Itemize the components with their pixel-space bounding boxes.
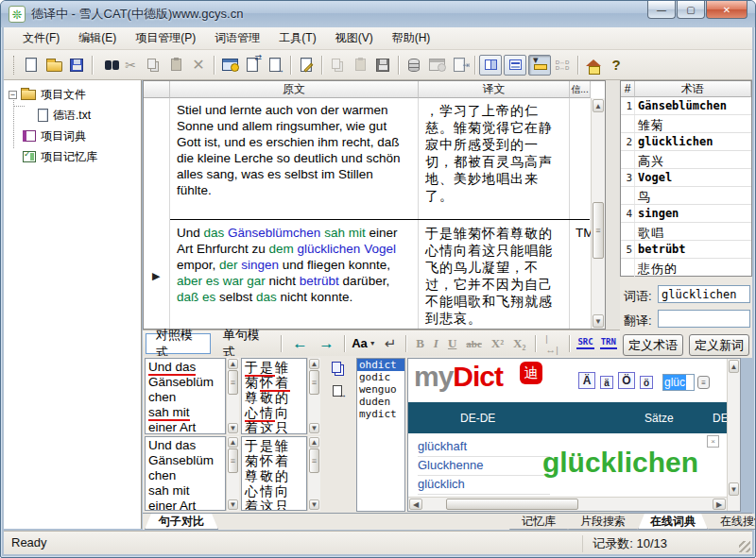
nav-de-de[interactable]: DE-DE (460, 412, 495, 425)
project-settings-icon[interactable] (218, 54, 241, 76)
view-edit-toggle-icon[interactable] (528, 55, 551, 76)
word-input[interactable] (658, 285, 750, 303)
paste-icon[interactable] (164, 54, 187, 76)
grid-row1-target[interactable]: ，学习了上帝的仁慈。雏菊觉得它在静寂中所感受到的一切，都被百灵鸟高声地、美妙地唱… (421, 100, 568, 206)
menu-edit[interactable]: 编辑(E) (69, 27, 126, 49)
strike-icon[interactable]: abc (461, 338, 487, 349)
grid-header-target[interactable]: 译文 (419, 81, 570, 98)
term-row[interactable]: 4singen (621, 205, 751, 223)
term-row[interactable]: 雏菊 (621, 115, 751, 133)
scroll-left-icon[interactable]: ◀ (409, 499, 422, 510)
underline-icon[interactable]: U (443, 336, 461, 351)
send-document-icon[interactable]: ⇥ (448, 54, 471, 76)
term-row[interactable]: 高兴 (621, 151, 751, 169)
translation-input[interactable] (658, 310, 750, 328)
tree-item-project-tm[interactable]: 项目记忆库 (41, 149, 97, 165)
grid-row2-source[interactable]: Und das Gänseblümchen sah mit einer Art … (172, 223, 416, 307)
menu-view[interactable]: 视图(V) (326, 27, 383, 49)
term-row[interactable]: 2glücklichen (621, 133, 751, 151)
italic-icon[interactable]: I (429, 336, 443, 351)
compare-source-orig[interactable]: Und dasGänseblümchensah miteiner Art (145, 436, 226, 511)
term-row[interactable]: 鸟 (621, 187, 751, 205)
scroll-down-icon[interactable]: ▼ (593, 314, 604, 328)
export-document-icon[interactable]: → (264, 54, 286, 76)
term-row[interactable]: 悲伤的 (621, 259, 751, 277)
dict-vscrollbar[interactable]: ▲ ▼ (727, 359, 740, 511)
toolbar-grip[interactable] (13, 56, 16, 75)
tree-item-file[interactable]: 德语.txt (53, 108, 91, 124)
view-list-toggle-icon[interactable] (504, 55, 526, 76)
font-button[interactable]: Aa (350, 336, 369, 350)
menu-help[interactable]: 帮助(H) (383, 27, 440, 49)
bold-icon[interactable]: B (411, 336, 429, 351)
compare-source-edit[interactable]: Und dasGänseblümchensah miteiner Art (145, 358, 226, 434)
new-file-icon[interactable] (20, 54, 43, 76)
dict-source-item[interactable]: mydict (357, 408, 404, 420)
tab-online-dict[interactable]: 在线词典 (638, 514, 708, 530)
database-icon[interactable] (403, 54, 425, 76)
open-file-icon[interactable] (43, 54, 65, 76)
dict-source-item[interactable]: godic (357, 371, 404, 383)
maximize-button[interactable]: ▢ (677, 1, 705, 19)
delete-icon[interactable]: ✕ (187, 54, 210, 76)
grid-header-info[interactable]: 信... (570, 81, 591, 98)
char-O-umlaut-button[interactable]: Ö (618, 372, 635, 389)
src-tag-icon[interactable]: SRC (576, 337, 593, 349)
nav-saetze[interactable]: Sätze (644, 412, 674, 425)
term-row[interactable]: 歌唱 (621, 223, 751, 241)
menu-tools[interactable]: 工具(T) (269, 27, 325, 49)
dd-convert-icon[interactable]: D↔DD↔D (551, 54, 574, 76)
grid-header-source[interactable]: 原文 (170, 81, 419, 98)
dict-source-item[interactable]: duden (357, 396, 404, 408)
compare-target-edit[interactable]: 于是雏菊怀着尊敬的心情向着这只 (241, 358, 307, 434)
ad-close-icon[interactable]: × (707, 435, 719, 448)
edit-note-icon[interactable] (295, 54, 318, 76)
scroll-up-icon[interactable]: ▲ (729, 360, 739, 373)
input-menu-icon[interactable]: ≡ (697, 376, 710, 389)
grid-row1-source[interactable]: Stiel und lernte auch von der warmen Son… (172, 100, 416, 200)
tab-memory[interactable]: 记忆库 (509, 514, 568, 530)
superscript-icon[interactable]: X² (487, 336, 508, 351)
prev-segment-icon[interactable]: ← (286, 335, 313, 352)
view-grid-toggle-icon[interactable] (479, 55, 502, 76)
menu-file[interactable]: 文件(F) (13, 27, 69, 49)
title-bar[interactable]: ❊ 德译中 - 雪人CAT(中德版)www.gcys.cn — ▢ ✕ (1, 1, 755, 27)
copy-icon[interactable] (142, 54, 164, 76)
enter-icon[interactable]: ↵ (380, 335, 402, 352)
tm-copy-icon[interactable] (326, 54, 349, 76)
scroll-thumb[interactable] (593, 202, 604, 259)
char-a-umlaut-button[interactable]: ä (600, 376, 613, 389)
tree-item-project-files[interactable]: 项目文件 (41, 87, 86, 103)
compare-scrollbar[interactable]: ▲▼ (226, 436, 239, 511)
tab-single-mode[interactable]: 单句模式 (214, 333, 277, 354)
tree-item-project-dict[interactable]: 项目词典 (41, 128, 86, 144)
save-icon[interactable] (65, 54, 88, 76)
dict-result-link[interactable]: glückhaft (418, 439, 550, 457)
compare-scrollbar[interactable]: ▲▼ (307, 358, 320, 434)
tree-expander-icon[interactable]: − (9, 91, 17, 99)
tm-clip-icon[interactable] (349, 54, 371, 76)
dict-search-input[interactable]: glüc (662, 374, 695, 391)
apply-result-icon[interactable] (328, 382, 347, 399)
scroll-up-icon[interactable]: ▲ (593, 99, 604, 112)
tab-sentence-compare[interactable]: 句子对比 (145, 514, 218, 530)
dict-hscrollbar[interactable]: ◀ ▶ (408, 497, 727, 511)
tab-online-search[interactable]: 在线搜索 (708, 514, 756, 530)
dict-source-item[interactable]: wenguo (357, 383, 404, 396)
scroll-down-icon[interactable]: ▼ (729, 482, 739, 496)
dict-result-link[interactable]: Gluckhenne (418, 458, 550, 476)
subscript-icon[interactable]: X₂ (508, 336, 530, 351)
grid-vscrollbar[interactable]: ▲ ▼ (591, 98, 605, 329)
font-caret-icon[interactable]: ▼ (369, 340, 380, 347)
dict-result-link[interactable]: glücklich (418, 477, 550, 495)
compare-scrollbar[interactable]: ▲▼ (226, 358, 239, 434)
term-row[interactable]: 1Gänseblümchen (621, 97, 751, 115)
char-A-umlaut-button[interactable]: Ä (578, 372, 595, 389)
help-icon[interactable]: ? (605, 54, 627, 76)
minimize-button[interactable]: — (647, 1, 676, 19)
term-row[interactable]: 3Vogel (621, 169, 751, 187)
char-o-umlaut-button[interactable]: ö (640, 376, 653, 389)
menu-terminology[interactable]: 词语管理 (205, 27, 269, 49)
compare-target-orig[interactable]: 于是雏菊怀着尊敬的心情向着这只 (241, 436, 307, 511)
close-button[interactable]: ✕ (706, 1, 747, 19)
